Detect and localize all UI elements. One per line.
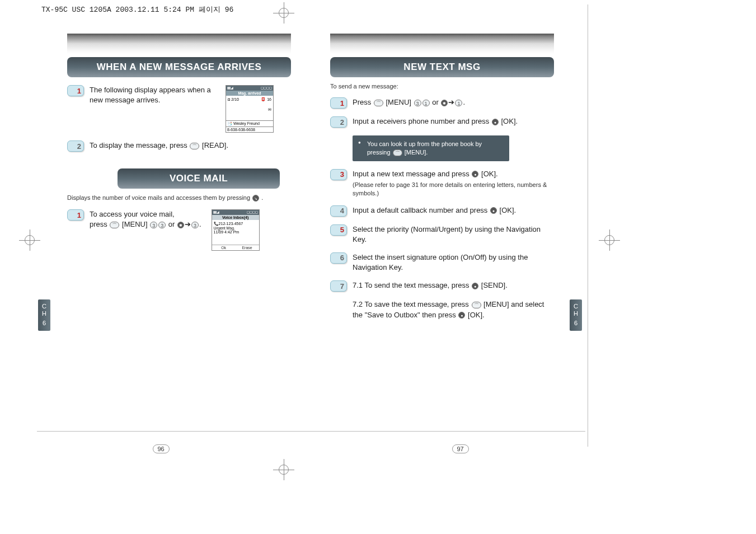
- heading-voice-mail: VOICE MAIL: [118, 168, 280, 189]
- step-7-2-right: 7.2 To save the text message, press ⌒ [M…: [353, 299, 554, 320]
- step-text: The following display appears when a new…: [90, 85, 215, 105]
- phone-softkeys: Ok Erase: [212, 245, 259, 250]
- step-7-right: 7 7.1 To send the text message, press ● …: [330, 280, 554, 292]
- phone-body: 📞212-123-4567 Urgent Msg. 11/09 4:42 Pm: [212, 220, 259, 245]
- step-6-right: 6 Select the insert signature option (On…: [330, 252, 554, 273]
- key-1-icon: 1: [455, 100, 462, 106]
- step-5-right: 5 Select the priority (Normal/Urgent) by…: [330, 224, 554, 245]
- step-text: Input a default callback number and pres…: [353, 205, 554, 216]
- softkey-ok: Ok: [212, 245, 236, 250]
- ok-key-icon: ●: [472, 283, 478, 289]
- mailbox-count: 📮 16: [261, 97, 271, 102]
- step-text: 7.1 To send the text message, press ● [S…: [353, 280, 554, 291]
- phone-screenshot-msg-arrived: ▮▮◢◻◻◻◻ Msg. arrived ◘ 2/10📮 16 ✉ 📑 Wesl…: [226, 85, 274, 133]
- vm-urgency: Urgent Msg.: [214, 226, 257, 230]
- voicemail-step-1: 1 To access your voice mail, press ⌒ [ME…: [67, 209, 291, 251]
- key-3-icon: 3: [158, 222, 166, 228]
- envelope-icon: ✉: [228, 107, 271, 112]
- step-number-7: 7: [330, 280, 347, 292]
- note-phonebook-lookup: You can look it up from the phone book b…: [353, 135, 509, 161]
- phone-body: ◘ 2/10📮 16 ✉: [226, 96, 273, 120]
- step-text: Input a new text message and press ● [OK…: [353, 169, 554, 198]
- step-text: Select the insert signature option (On/O…: [353, 252, 554, 273]
- step-text: To access your voice mail, press ⌒ [MENU…: [90, 209, 201, 229]
- page-right: NEW TEXT MSG To send a new message: 1 Pr…: [311, 17, 582, 442]
- page-top-gradient: [330, 34, 554, 54]
- step-number-1: 1: [67, 85, 84, 96]
- phone-title: Voice Inbox(4): [212, 215, 259, 220]
- step-number-4: 4: [330, 205, 347, 217]
- page-spread: WHEN A NEW MESSAGE ARRIVES 1 The followi…: [39, 17, 582, 442]
- heading-new-message-arrives: WHEN A NEW MESSAGE ARRIVES: [67, 57, 291, 77]
- nav-key-icon: ✱: [441, 100, 448, 106]
- step-3-right: 3 Input a new text message and press ● […: [330, 169, 554, 198]
- phone-title: Msg. arrived: [226, 91, 273, 96]
- phone-screenshot-voice-inbox: ▮▮◢◻◻◻◻ Voice Inbox(4) 📞212-123-4567 Urg…: [212, 209, 260, 251]
- key-3-icon: 3: [414, 100, 421, 106]
- registration-mark-left: [19, 229, 40, 251]
- page-top-gradient: [67, 34, 291, 54]
- page-number-left: 96: [153, 444, 170, 453]
- step-number-1: 1: [330, 97, 347, 109]
- step-text: To display the message, press ⌒ [READ].: [90, 140, 291, 151]
- document-info-line: TX-95C USC 1205A 2003.12.11 5:24 PM 페이지 …: [41, 4, 233, 15]
- vm-timestamp: 11/09 4:42 Pm: [214, 230, 257, 234]
- softkey-icon: ⌒: [374, 100, 383, 106]
- step-4-right: 4 Input a default callback number and pr…: [330, 205, 554, 217]
- step-number-5: 5: [330, 224, 347, 236]
- step-1-right: 1 Press ⌒ [MENU] 31 or ✱➔1.: [330, 97, 554, 109]
- ok-key-icon: ●: [490, 207, 497, 214]
- softkey-icon: ⌒: [110, 222, 119, 228]
- nav-key-icon: ✱: [177, 222, 184, 228]
- softkey-icon: ⌒: [472, 302, 481, 308]
- key-1-icon: 1: [422, 100, 430, 106]
- send-key-icon: ↘: [252, 195, 259, 202]
- msg-count: ◘ 2/10: [228, 97, 239, 102]
- step-text: Input a receivers phone number and press…: [353, 116, 554, 127]
- ok-key-icon: ●: [458, 312, 465, 318]
- ok-key-icon: ●: [472, 171, 478, 177]
- vm-number: 📞212-123-4567: [214, 222, 257, 226]
- key-3-icon: 3: [191, 222, 199, 228]
- trim-edge-right: [588, 4, 588, 447]
- step-number-6: 6: [330, 252, 347, 264]
- step-2-right: 2 Input a receivers phone number and pre…: [330, 116, 554, 128]
- phone-status-bar: ▮▮◢◻◻◻◻: [226, 86, 273, 91]
- page-left: WHEN A NEW MESSAGE ARRIVES 1 The followi…: [39, 17, 311, 442]
- step-number-1: 1: [67, 209, 84, 221]
- ok-key-icon: ●: [492, 119, 499, 125]
- step-number-3: 3: [330, 169, 347, 180]
- softkey-erase: Erase: [236, 245, 259, 250]
- heading-new-text-msg: NEW TEXT MSG: [330, 57, 554, 77]
- key-3-icon: 3: [150, 222, 157, 228]
- softkey-icon: ⌒: [190, 143, 199, 149]
- step-text: 7.2 To save the text message, press ⌒ [M…: [353, 299, 554, 320]
- step-text: Select the priority (Normal/Urgent) by u…: [353, 224, 554, 245]
- phone-status-bar: ▮▮◢◻◻◻◻: [212, 210, 259, 215]
- step-number-2: 2: [67, 140, 84, 152]
- step-text: Press ⌒ [MENU] 31 or ✱➔1.: [353, 97, 554, 107]
- step-number-2: 2: [330, 116, 347, 128]
- phone-footer-name: 📑 Wesley Freund: [226, 120, 273, 127]
- step-1-left: 1 The following display appears when a n…: [67, 85, 291, 133]
- step-2-left: 2 To display the message, press ⌒ [READ]…: [67, 140, 291, 152]
- page-number-right: 97: [452, 444, 469, 453]
- step-subtext: (Please refer to page 31 for more detail…: [353, 181, 554, 198]
- voice-mail-intro: Displays the number of voice mails and a…: [67, 194, 291, 202]
- softkey-icon: ⌒: [393, 149, 402, 156]
- new-text-intro: To send a new message:: [330, 83, 554, 90]
- registration-mark-right: [599, 229, 620, 251]
- phone-footer-number: 8-638-638-6638: [226, 127, 273, 132]
- registration-mark-bottom: [273, 459, 294, 480]
